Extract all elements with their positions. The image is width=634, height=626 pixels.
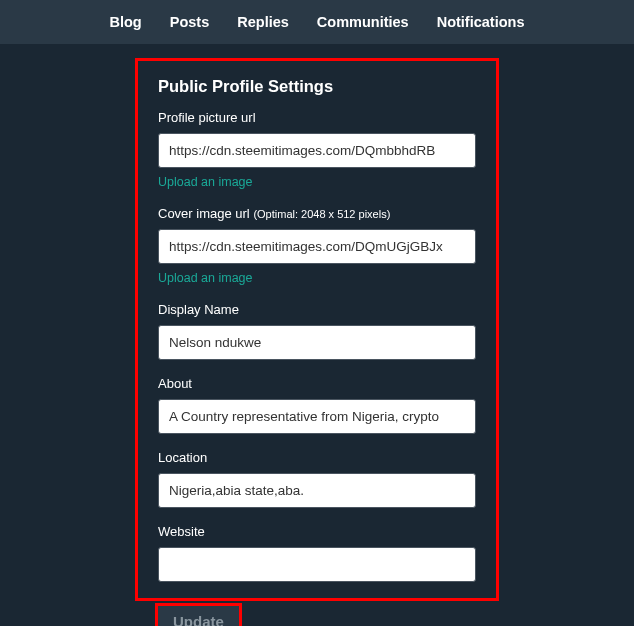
cover-image-group: Cover image url (Optimal: 2048 x 512 pix… [158,206,476,286]
update-button[interactable]: Update [155,603,242,626]
button-wrap: Update [135,601,499,626]
nav-posts[interactable]: Posts [170,14,210,30]
display-name-input[interactable] [158,325,476,360]
display-name-group: Display Name [158,302,476,360]
about-group: About [158,376,476,434]
top-nav: Blog Posts Replies Communities Notificat… [0,0,634,44]
content-area: Public Profile Settings Profile picture … [0,44,634,626]
nav-notifications[interactable]: Notifications [437,14,525,30]
location-label: Location [158,450,476,465]
location-input[interactable] [158,473,476,508]
about-label: About [158,376,476,391]
settings-panel: Public Profile Settings Profile picture … [135,58,499,601]
website-label: Website [158,524,476,539]
nav-communities[interactable]: Communities [317,14,409,30]
profile-picture-group: Profile picture url Upload an image [158,110,476,190]
profile-picture-input[interactable] [158,133,476,168]
about-input[interactable] [158,399,476,434]
profile-picture-label: Profile picture url [158,110,476,125]
display-name-label: Display Name [158,302,476,317]
profile-picture-upload-link[interactable]: Upload an image [158,175,253,189]
nav-blog[interactable]: Blog [110,14,142,30]
page-title: Public Profile Settings [158,77,476,96]
nav-replies[interactable]: Replies [237,14,289,30]
cover-image-hint: (Optimal: 2048 x 512 pixels) [253,208,390,220]
cover-image-input[interactable] [158,229,476,264]
website-input[interactable] [158,547,476,582]
website-group: Website [158,524,476,582]
cover-image-label: Cover image url (Optimal: 2048 x 512 pix… [158,206,476,221]
location-group: Location [158,450,476,508]
cover-image-upload-link[interactable]: Upload an image [158,271,253,285]
